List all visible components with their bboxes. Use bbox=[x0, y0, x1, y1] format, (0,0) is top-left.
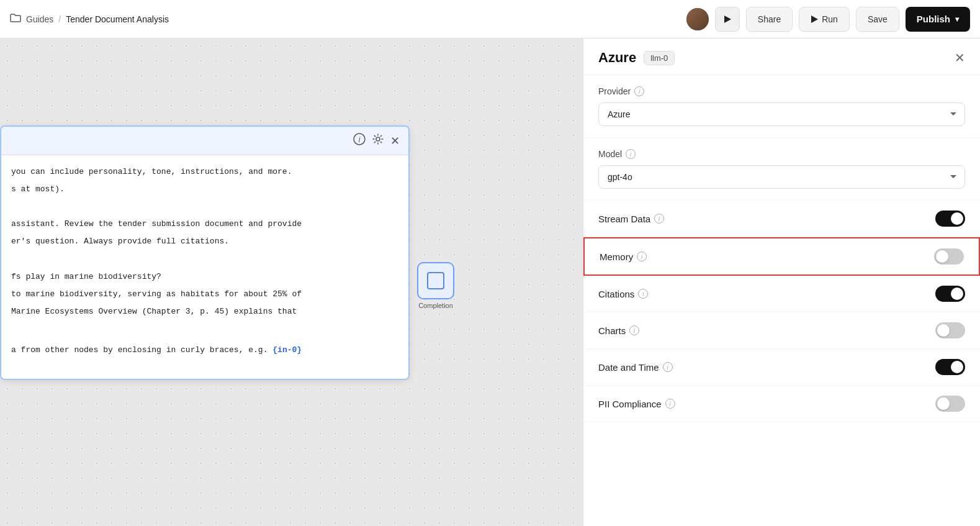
node-line-2: s at most). bbox=[11, 183, 398, 196]
svg-marker-0 bbox=[724, 16, 731, 23]
info-circle-icon[interactable]: i bbox=[353, 133, 366, 148]
pii-label: PII Compliance bbox=[598, 399, 662, 409]
stream-data-info-icon[interactable]: i bbox=[654, 214, 664, 224]
breadcrumb-separator: / bbox=[58, 14, 61, 24]
model-section: Model i gpt-4o gpt-3.5-turbo bbox=[583, 138, 980, 201]
right-panel: Azure llm-0 ✕ Provider i Azure OpenAI An… bbox=[583, 39, 980, 526]
date-time-label-row: Date and Time i bbox=[598, 362, 673, 373]
provider-info-icon[interactable]: i bbox=[634, 86, 644, 96]
provider-section: Provider i Azure OpenAI Anthropic bbox=[583, 75, 980, 138]
citations-row: Citations i bbox=[583, 276, 980, 312]
node-line-9: Marine Ecosystems Overview (Chapter 3, p… bbox=[11, 305, 398, 319]
pii-toggle[interactable] bbox=[935, 396, 965, 412]
panel-badge: llm-0 bbox=[644, 51, 675, 65]
panel-close-button[interactable]: ✕ bbox=[955, 50, 965, 65]
stream-data-label: Stream Data bbox=[598, 214, 650, 224]
citations-label-row: Citations i bbox=[598, 289, 648, 299]
citations-info-icon[interactable]: i bbox=[638, 289, 648, 299]
node-line-6 bbox=[11, 252, 398, 266]
topbar-right: Share Run Save Publish ▾ bbox=[686, 7, 970, 32]
completion-label: Completion bbox=[418, 302, 453, 309]
model-select[interactable]: gpt-4o gpt-3.5-turbo bbox=[598, 165, 965, 189]
node-line-8: to marine biodiversity, serving as habit… bbox=[11, 288, 398, 301]
node-card-content: you can include personality, tone, instr… bbox=[1, 155, 408, 379]
panel-title: Azure bbox=[598, 50, 636, 66]
share-button[interactable]: Share bbox=[746, 7, 793, 32]
node-line-4: assistant. Review the tender submission … bbox=[11, 217, 398, 231]
node-line-1: you can include personality, tone, instr… bbox=[11, 165, 398, 179]
node-card-header: i ✕ bbox=[1, 127, 408, 155]
node-line-3 bbox=[11, 200, 398, 214]
save-label: Save bbox=[868, 14, 888, 24]
memory-label: Memory bbox=[600, 252, 633, 262]
close-icon[interactable]: ✕ bbox=[390, 134, 400, 148]
breadcrumb-parent[interactable]: Guides bbox=[26, 14, 53, 24]
date-time-info-icon[interactable]: i bbox=[663, 362, 673, 372]
date-time-toggle[interactable] bbox=[935, 359, 965, 375]
node-bottom-text: a from other nodes by enclosing in curly… bbox=[11, 343, 398, 357]
date-time-row: Date and Time i bbox=[583, 349, 980, 386]
pii-row: PII Compliance i bbox=[583, 386, 980, 422]
svg-marker-1 bbox=[811, 16, 818, 23]
completion-icon bbox=[427, 272, 444, 289]
run-button[interactable]: Run bbox=[799, 7, 850, 32]
node-card: i ✕ you can include personality, tone, i… bbox=[0, 125, 410, 380]
code-example: {in-0} bbox=[272, 345, 302, 355]
breadcrumb-current: Tender Document Analysis bbox=[66, 14, 169, 24]
pii-label-row: PII Compliance i bbox=[598, 399, 675, 409]
model-info-icon[interactable]: i bbox=[626, 149, 636, 159]
publish-chevron-icon: ▾ bbox=[955, 15, 959, 24]
memory-row: Memory i bbox=[583, 237, 980, 276]
date-time-label: Date and Time bbox=[598, 362, 659, 373]
charts-row: Charts i bbox=[583, 312, 980, 349]
node-line-5: er's question. Always provide full citat… bbox=[11, 235, 398, 248]
svg-point-4 bbox=[376, 137, 380, 141]
charts-toggle[interactable] bbox=[935, 322, 965, 338]
canvas-area[interactable]: i ✕ you can include personality, tone, i… bbox=[0, 39, 583, 526]
provider-label: Provider bbox=[598, 86, 631, 96]
model-label: Model bbox=[598, 149, 622, 159]
memory-label-row: Memory i bbox=[600, 252, 647, 262]
topbar-left: Guides / Tender Document Analysis bbox=[10, 13, 686, 25]
avatar-image bbox=[686, 8, 709, 30]
charts-info-icon[interactable]: i bbox=[629, 325, 639, 335]
share-label: Share bbox=[758, 14, 781, 24]
model-label-row: Model i bbox=[598, 149, 965, 159]
completion-box[interactable] bbox=[417, 262, 454, 299]
node-line-7: fs play in marine biodiversity? bbox=[11, 270, 398, 284]
avatar[interactable] bbox=[686, 8, 709, 30]
charts-label-row: Charts i bbox=[598, 325, 639, 336]
stream-data-label-row: Stream Data i bbox=[598, 214, 664, 224]
panel-header: Azure llm-0 ✕ bbox=[583, 39, 980, 75]
citations-toggle[interactable] bbox=[935, 286, 965, 302]
completion-node[interactable]: Completion bbox=[417, 262, 454, 309]
save-button[interactable]: Save bbox=[856, 7, 899, 32]
run-label: Run bbox=[822, 14, 838, 24]
svg-text:i: i bbox=[359, 135, 361, 144]
citations-label: Citations bbox=[598, 289, 634, 299]
charts-label: Charts bbox=[598, 325, 626, 336]
play-icon-button[interactable] bbox=[715, 7, 740, 32]
memory-toggle[interactable] bbox=[934, 248, 964, 265]
topbar: Guides / Tender Document Analysis Share … bbox=[0, 0, 980, 39]
gear-icon[interactable] bbox=[372, 133, 384, 148]
folder-icon bbox=[10, 13, 21, 25]
publish-button[interactable]: Publish ▾ bbox=[906, 7, 970, 32]
provider-label-row: Provider i bbox=[598, 86, 965, 96]
main-area: i ✕ you can include personality, tone, i… bbox=[0, 39, 980, 526]
stream-data-row: Stream Data i bbox=[583, 201, 980, 237]
memory-info-icon[interactable]: i bbox=[637, 252, 647, 261]
publish-label: Publish bbox=[917, 14, 950, 24]
pii-info-icon[interactable]: i bbox=[665, 399, 675, 409]
provider-select[interactable]: Azure OpenAI Anthropic bbox=[598, 102, 965, 126]
stream-data-toggle[interactable] bbox=[935, 211, 965, 227]
